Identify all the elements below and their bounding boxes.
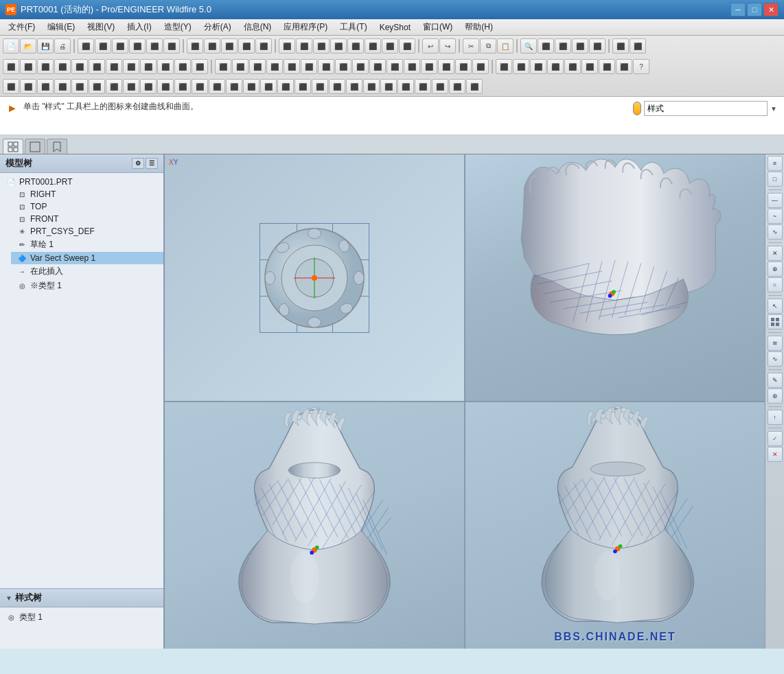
maximize-button[interactable]: □ — [747, 3, 762, 16]
tb-btn21[interactable]: ⬛ — [365, 38, 381, 54]
tree-item-top[interactable]: ⊡TOP — [11, 200, 163, 213]
tb2-btn18[interactable]: ⬛ — [301, 59, 317, 74]
tb-btn34[interactable]: ⬛ — [612, 38, 629, 54]
tree-item-prt0001[interactable]: 📄PRT0001.PRT — [0, 176, 163, 188]
tb2-btn33[interactable]: ⬛ — [564, 59, 581, 74]
rt-btn-arrow[interactable]: ↖ — [768, 299, 783, 314]
tb2-btn25[interactable]: ⬛ — [421, 59, 437, 74]
tb2-btn29[interactable]: ⬛ — [496, 59, 512, 74]
tb-btn12[interactable]: ⬛ — [204, 38, 220, 54]
tree-item-var_sect_sweep1[interactable]: 🔷Var Sect Sweep 1 — [11, 252, 163, 264]
tb-btn14[interactable]: ⬛ — [238, 38, 255, 54]
tb3-btn17[interactable]: ⬛ — [277, 79, 294, 94]
tb2-btn9[interactable]: ⬛ — [140, 59, 157, 74]
tb3-btn19[interactable]: ⬛ — [312, 79, 328, 94]
tb3-btn14[interactable]: ⬛ — [226, 79, 242, 94]
tb-print[interactable]: 🖨 — [54, 38, 71, 54]
menubar-item-edit[interactable]: 编辑(E) — [42, 20, 80, 34]
tree-item-front[interactable]: ⊡FRONT — [11, 213, 163, 225]
tb2-btn11[interactable]: ⬛ — [174, 59, 191, 74]
tb2-btn2[interactable]: ⬛ — [20, 59, 36, 74]
tb3-btn8[interactable]: ⬛ — [123, 79, 139, 94]
rt-btn-rect[interactable]: □ — [768, 172, 783, 187]
tab-single-view[interactable] — [25, 139, 45, 154]
close-button[interactable]: ✕ — [763, 3, 779, 16]
tb2-btn16[interactable]: ⬛ — [266, 59, 283, 74]
tb2-btn14[interactable]: ⬛ — [232, 59, 249, 74]
tb2-btn23[interactable]: ⬛ — [387, 59, 403, 74]
tb2-btn31[interactable]: ⬛ — [530, 59, 546, 74]
tb-save[interactable]: 💾 — [37, 38, 54, 54]
tb-btn11[interactable]: ⬛ — [187, 38, 203, 54]
tb2-btn34[interactable]: ⬛ — [581, 59, 598, 74]
tb2-btn26[interactable]: ⬛ — [438, 59, 454, 74]
tb2-btn20[interactable]: ⬛ — [335, 59, 351, 74]
tb-btn8[interactable]: ⬛ — [129, 38, 146, 54]
tb2-btn13[interactable]: ⬛ — [215, 59, 231, 74]
menubar-item-apps[interactable]: 应用程序(P) — [278, 20, 333, 34]
rt-btn-pen[interactable]: ✎ — [768, 373, 783, 388]
rt-btn-curve[interactable]: ~ — [768, 209, 783, 224]
rt-btn-wave2[interactable]: ∿ — [768, 351, 783, 367]
tab-bookmark[interactable] — [47, 139, 67, 154]
tb3-btn25[interactable]: ⬛ — [415, 79, 431, 94]
tb3-btn26[interactable]: ⬛ — [432, 79, 448, 94]
tb-btn23[interactable]: ⬛ — [399, 38, 415, 54]
tb-btn16[interactable]: ⬛ — [279, 38, 295, 54]
tb-btn35[interactable]: ⬛ — [630, 38, 646, 54]
style-select[interactable]: 样式 — [644, 101, 768, 116]
rt-btn-star[interactable]: ⊛ — [768, 388, 783, 404]
tb2-btn3[interactable]: ⬛ — [37, 59, 54, 74]
rt-btn-x[interactable]: ✕ — [768, 447, 783, 462]
tb3-btn23[interactable]: ⬛ — [380, 79, 397, 94]
tb3-btn4[interactable]: ⬛ — [54, 79, 71, 94]
tb2-btn30[interactable]: ⬛ — [513, 59, 529, 74]
tb-new[interactable]: 📄 — [3, 38, 19, 54]
tb3-btn9[interactable]: ⬛ — [140, 79, 157, 94]
tb3-btn13[interactable]: ⬛ — [209, 79, 225, 94]
tb3-btn3[interactable]: ⬛ — [37, 79, 54, 94]
menubar-item-model[interactable]: 造型(Y) — [159, 20, 197, 34]
tb-undo[interactable]: ↩ — [422, 38, 439, 54]
tb2-btn27[interactable]: ⬛ — [455, 59, 472, 74]
tb-btn20[interactable]: ⬛ — [347, 38, 364, 54]
tb3-btn5[interactable]: ⬛ — [71, 79, 88, 94]
tb-btn9[interactable]: ⬛ — [146, 38, 163, 54]
tb2-btn28[interactable]: ⬛ — [472, 59, 489, 74]
rt-btn-circle[interactable]: ○ — [768, 277, 783, 292]
tb3-btn1[interactable]: ⬛ — [3, 79, 19, 94]
tb-btn7[interactable]: ⬛ — [112, 38, 128, 54]
menubar-item-help[interactable]: 帮助(H) — [459, 20, 498, 34]
tree-filter-button[interactable]: ☰ — [146, 158, 158, 169]
rt-btn-up[interactable]: ↑ — [768, 410, 783, 425]
tb-btn6[interactable]: ⬛ — [95, 38, 111, 54]
viewport-bottom-right[interactable]: BBS.CHINADE.NET — [465, 402, 765, 649]
rt-btn-cross[interactable]: ✕ — [768, 246, 783, 261]
tb-paste[interactable]: 📋 — [497, 38, 514, 54]
tb-open[interactable]: 📂 — [20, 38, 36, 54]
rt-btn-plus[interactable]: ⊕ — [768, 262, 783, 277]
tb3-btn15[interactable]: ⬛ — [243, 79, 260, 94]
style-tree-item-type1[interactable]: ◎类型 1 — [0, 610, 163, 625]
tb-btn18[interactable]: ⬛ — [313, 38, 330, 54]
rt-btn-spline[interactable]: ∿ — [768, 224, 783, 240]
rt-btn-grid[interactable] — [768, 314, 783, 329]
tb3-btn20[interactable]: ⬛ — [329, 79, 345, 94]
tb-search[interactable]: 🔍 — [520, 38, 537, 54]
tb-btn5[interactable]: ⬛ — [78, 38, 94, 54]
tb-copy[interactable]: ⧉ — [480, 38, 496, 54]
viewport-bottom-left[interactable] — [165, 402, 464, 649]
tb2-btn24[interactable]: ⬛ — [404, 59, 420, 74]
rt-btn-lines[interactable]: ≡ — [768, 156, 783, 171]
tb3-btn22[interactable]: ⬛ — [363, 79, 380, 94]
tb2-btn12[interactable]: ⬛ — [192, 59, 208, 74]
tb-btn13[interactable]: ⬛ — [221, 38, 238, 54]
tb3-btn27[interactable]: ⬛ — [449, 79, 465, 94]
tb2-btn8[interactable]: ⬛ — [123, 59, 139, 74]
menubar-item-keyshot[interactable]: KeyShot — [374, 21, 416, 34]
tb2-btn37[interactable]: ? — [633, 59, 649, 74]
tb3-btn21[interactable]: ⬛ — [346, 79, 362, 94]
menubar-item-analysis[interactable]: 分析(A) — [198, 20, 237, 34]
tb2-btn17[interactable]: ⬛ — [284, 59, 300, 74]
viewport-top-right[interactable] — [465, 154, 765, 401]
